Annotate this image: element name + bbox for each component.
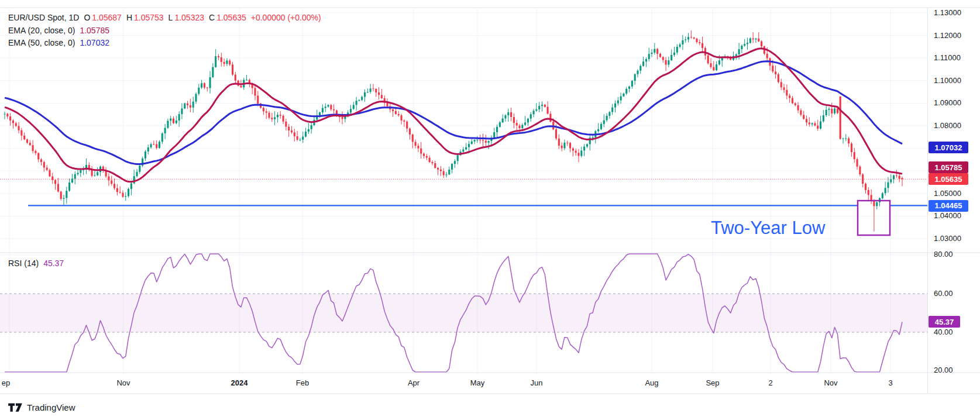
ema50-label: EMA (50, close, 0) [8, 38, 75, 47]
tradingview-chart: EUR/USD Spot, 1D O 1.05687 H 1.05753 L 1… [0, 0, 980, 420]
time-axis-label: Sep [706, 378, 719, 387]
chart-canvas[interactable] [0, 0, 980, 420]
time-axis-label: Apr [408, 378, 419, 387]
open-value: 1.05687 [92, 13, 122, 22]
rsi-legend-row[interactable]: RSI (14) 45.37 [8, 259, 64, 268]
time-axis-label: Jun [531, 378, 543, 387]
time-axis-label: May [470, 378, 485, 387]
price-tick: 1.08000 [934, 121, 961, 130]
rsi-tick: 60.00 [934, 289, 953, 298]
time-axis-label: 3 [888, 378, 892, 387]
time-axis-label: 2 [768, 378, 772, 387]
tradingview-logo-text: TradingView [27, 402, 75, 412]
price-tick: 1.13000 [934, 8, 961, 18]
ema20-value: 1.05785 [80, 26, 109, 35]
ema50-value: 1.07032 [80, 38, 109, 47]
symbol-legend-row[interactable]: EUR/USD Spot, 1D O 1.05687 H 1.05753 L 1… [8, 13, 321, 22]
support-line-badge: 1.04465 [929, 200, 968, 212]
price-tick: 1.05000 [934, 189, 961, 198]
ema20-label: EMA (20, close, 0) [8, 26, 75, 35]
rsi-tick: 40.00 [934, 328, 953, 337]
rsi-label: RSI (14) [8, 259, 39, 268]
two-year-low-annotation[interactable]: Two-Year Low [711, 218, 825, 239]
time-axis-label: ep [2, 378, 10, 387]
rsi-tick: 20.00 [934, 366, 953, 375]
ema50-price-badge: 1.07032 [929, 142, 968, 153]
rsi-tick: 80.00 [934, 250, 953, 259]
high-label: H [126, 13, 132, 22]
last-price-badge: 1.05635 [929, 173, 968, 185]
ema20-legend-row[interactable]: EMA (20, close, 0) 1.05785 [8, 26, 109, 35]
tradingview-logo[interactable]: TradingView [8, 402, 75, 413]
low-label: L [169, 13, 173, 22]
price-tick: 1.11000 [934, 53, 961, 63]
rsi-value: 45.37 [43, 259, 64, 268]
time-axis-label: Nov [116, 378, 130, 387]
time-axis-label: 2024 [231, 378, 248, 387]
open-label: O [84, 13, 90, 22]
price-tick: 1.04000 [934, 211, 961, 221]
time-axis-label: Aug [645, 378, 658, 387]
ema20-price-badge: 1.05785 [929, 161, 968, 173]
time-axis-label: Nov [824, 378, 837, 387]
tradingview-logo-icon [8, 402, 23, 413]
low-value: 1.05323 [174, 13, 204, 22]
high-value: 1.05753 [134, 13, 164, 22]
rsi-value-badge: 45.37 [929, 316, 960, 328]
ema50-legend-row[interactable]: EMA (50, close, 0) 1.07032 [8, 38, 109, 47]
time-axis-label: Feb [296, 378, 309, 387]
price-tick: 1.09000 [934, 98, 961, 108]
close-label: C [209, 13, 215, 22]
price-tick: 1.03000 [934, 234, 961, 243]
price-tick: 1.10000 [934, 76, 961, 85]
price-tick: 1.12000 [934, 31, 961, 40]
change-value: +0.00000 (+0.00%) [251, 13, 321, 22]
close-value: 1.05635 [216, 13, 246, 22]
symbol-title: EUR/USD Spot, 1D [8, 13, 79, 22]
